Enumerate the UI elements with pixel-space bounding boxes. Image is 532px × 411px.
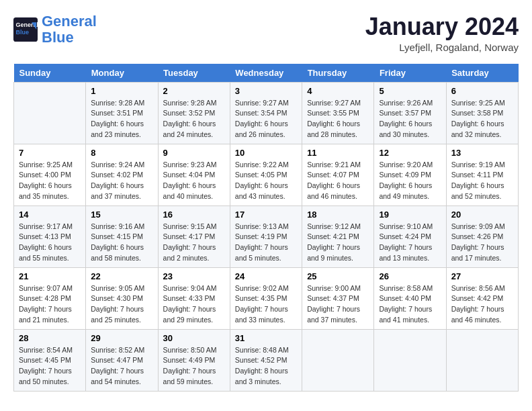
calendar-cell: 4Sunrise: 9:27 AMSunset: 3:55 PMDaylight… — [302, 82, 374, 144]
day-info: Sunrise: 9:27 AMSunset: 3:55 PMDaylight:… — [307, 98, 369, 140]
calendar-cell: 25Sunrise: 9:00 AMSunset: 4:37 PMDayligh… — [302, 267, 374, 329]
calendar-week-row: 21Sunrise: 9:07 AMSunset: 4:28 PMDayligh… — [14, 267, 519, 329]
day-number: 29 — [91, 333, 152, 343]
day-number: 6 — [451, 86, 513, 96]
calendar-cell: 11Sunrise: 9:21 AMSunset: 4:07 PMDayligh… — [302, 144, 374, 205]
day-number: 3 — [235, 86, 297, 96]
day-info: Sunrise: 9:09 AMSunset: 4:26 PMDaylight:… — [451, 222, 513, 264]
calendar-week-row: 7Sunrise: 9:25 AMSunset: 4:00 PMDaylight… — [14, 144, 519, 205]
day-info: Sunrise: 8:52 AMSunset: 4:47 PMDaylight:… — [91, 345, 152, 387]
day-info: Sunrise: 8:50 AMSunset: 4:49 PMDaylight:… — [163, 345, 225, 387]
calendar-cell: 16Sunrise: 9:15 AMSunset: 4:17 PMDayligh… — [158, 205, 230, 267]
day-info: Sunrise: 9:20 AMSunset: 4:09 PMDaylight:… — [379, 160, 441, 202]
weekday-header-friday: Friday — [374, 64, 446, 83]
day-number: 25 — [307, 271, 369, 281]
month-title: January 2024 — [365, 13, 519, 40]
weekday-header-wednesday: Wednesday — [230, 64, 302, 83]
calendar-cell: 30Sunrise: 8:50 AMSunset: 4:49 PMDayligh… — [158, 329, 230, 391]
day-info: Sunrise: 9:25 AMSunset: 3:58 PMDaylight:… — [451, 98, 513, 140]
day-info: Sunrise: 9:10 AMSunset: 4:24 PMDaylight:… — [379, 222, 441, 264]
calendar-cell: 24Sunrise: 9:02 AMSunset: 4:35 PMDayligh… — [230, 267, 302, 329]
calendar-cell: 27Sunrise: 8:56 AMSunset: 4:42 PMDayligh… — [446, 267, 518, 329]
day-number: 7 — [19, 148, 81, 158]
day-number: 26 — [379, 271, 441, 281]
day-number: 19 — [379, 210, 441, 220]
day-info: Sunrise: 9:16 AMSunset: 4:15 PMDaylight:… — [91, 222, 152, 264]
calendar-week-row: 1Sunrise: 9:28 AMSunset: 3:51 PMDaylight… — [14, 82, 519, 144]
day-info: Sunrise: 9:27 AMSunset: 3:54 PMDaylight:… — [235, 98, 297, 140]
day-info: Sunrise: 9:02 AMSunset: 4:35 PMDaylight:… — [235, 283, 297, 326]
day-number: 5 — [379, 86, 441, 96]
day-number: 9 — [163, 148, 225, 158]
weekday-header-row: SundayMondayTuesdayWednesdayThursdayFrid… — [14, 64, 519, 83]
calendar-cell: 31Sunrise: 8:48 AMSunset: 4:52 PMDayligh… — [230, 329, 302, 391]
calendar-cell: 10Sunrise: 9:22 AMSunset: 4:05 PMDayligh… — [230, 144, 302, 205]
weekday-header-tuesday: Tuesday — [158, 64, 230, 83]
calendar-cell: 15Sunrise: 9:16 AMSunset: 4:15 PMDayligh… — [86, 205, 158, 267]
logo: General Blue General Blue — [13, 13, 97, 46]
calendar-header: SundayMondayTuesdayWednesdayThursdayFrid… — [14, 64, 519, 83]
day-info: Sunrise: 9:12 AMSunset: 4:21 PMDaylight:… — [307, 222, 369, 264]
day-number: 24 — [235, 271, 297, 281]
calendar-cell: 18Sunrise: 9:12 AMSunset: 4:21 PMDayligh… — [302, 205, 374, 267]
day-info: Sunrise: 9:28 AMSunset: 3:51 PMDaylight:… — [91, 98, 152, 140]
day-info: Sunrise: 9:15 AMSunset: 4:17 PMDaylight:… — [163, 222, 225, 264]
calendar-cell: 21Sunrise: 9:07 AMSunset: 4:28 PMDayligh… — [14, 267, 86, 329]
calendar-week-row: 14Sunrise: 9:17 AMSunset: 4:13 PMDayligh… — [14, 205, 519, 267]
day-number: 18 — [307, 210, 369, 220]
day-info: Sunrise: 8:56 AMSunset: 4:42 PMDaylight:… — [451, 283, 513, 326]
calendar-cell: 26Sunrise: 8:58 AMSunset: 4:40 PMDayligh… — [374, 267, 446, 329]
calendar-cell: 8Sunrise: 9:24 AMSunset: 4:02 PMDaylight… — [86, 144, 158, 205]
svg-text:Blue: Blue — [16, 29, 30, 36]
calendar-cell: 28Sunrise: 8:54 AMSunset: 4:45 PMDayligh… — [14, 329, 86, 391]
weekday-header-monday: Monday — [86, 64, 158, 83]
day-number: 10 — [235, 148, 297, 158]
title-block: January 2024 Lyefjell, Rogaland, Norway — [365, 13, 519, 53]
day-number: 21 — [19, 271, 81, 281]
calendar-cell: 13Sunrise: 9:19 AMSunset: 4:11 PMDayligh… — [446, 144, 518, 205]
calendar-cell: 3Sunrise: 9:27 AMSunset: 3:54 PMDaylight… — [230, 82, 302, 144]
logo-text: General Blue — [42, 13, 97, 46]
day-number: 4 — [307, 86, 369, 96]
calendar-cell: 17Sunrise: 9:13 AMSunset: 4:19 PMDayligh… — [230, 205, 302, 267]
calendar-cell: 9Sunrise: 9:23 AMSunset: 4:04 PMDaylight… — [158, 144, 230, 205]
calendar-cell: 14Sunrise: 9:17 AMSunset: 4:13 PMDayligh… — [14, 205, 86, 267]
day-number: 1 — [91, 86, 152, 96]
day-info: Sunrise: 9:24 AMSunset: 4:02 PMDaylight:… — [91, 160, 152, 202]
weekday-header-sunday: Sunday — [14, 64, 86, 83]
day-number: 23 — [163, 271, 225, 281]
day-info: Sunrise: 8:54 AMSunset: 4:45 PMDaylight:… — [19, 345, 81, 387]
day-number: 11 — [307, 148, 369, 158]
calendar-cell — [374, 329, 446, 391]
calendar-cell: 7Sunrise: 9:25 AMSunset: 4:00 PMDaylight… — [14, 144, 86, 205]
day-number: 22 — [91, 271, 152, 281]
calendar-cell: 12Sunrise: 9:20 AMSunset: 4:09 PMDayligh… — [374, 144, 446, 205]
day-info: Sunrise: 9:21 AMSunset: 4:07 PMDaylight:… — [307, 160, 369, 202]
day-info: Sunrise: 8:48 AMSunset: 4:52 PMDaylight:… — [235, 345, 297, 387]
weekday-header-saturday: Saturday — [446, 64, 518, 83]
calendar-table: SundayMondayTuesdayWednesdayThursdayFrid… — [13, 64, 519, 392]
calendar-cell: 6Sunrise: 9:25 AMSunset: 3:58 PMDaylight… — [446, 82, 518, 144]
calendar-cell — [14, 82, 86, 144]
calendar-cell: 19Sunrise: 9:10 AMSunset: 4:24 PMDayligh… — [374, 205, 446, 267]
location: Lyefjell, Rogaland, Norway — [365, 42, 519, 53]
day-info: Sunrise: 9:05 AMSunset: 4:30 PMDaylight:… — [91, 283, 152, 326]
day-info: Sunrise: 9:25 AMSunset: 4:00 PMDaylight:… — [19, 160, 81, 202]
day-info: Sunrise: 9:04 AMSunset: 4:33 PMDaylight:… — [163, 283, 225, 326]
calendar-cell — [446, 329, 518, 391]
day-number: 2 — [163, 86, 225, 96]
day-info: Sunrise: 9:19 AMSunset: 4:11 PMDaylight:… — [451, 160, 513, 202]
calendar-cell: 2Sunrise: 9:28 AMSunset: 3:52 PMDaylight… — [158, 82, 230, 144]
day-info: Sunrise: 9:23 AMSunset: 4:04 PMDaylight:… — [163, 160, 225, 202]
day-number: 12 — [379, 148, 441, 158]
logo-icon: General Blue — [13, 17, 38, 42]
weekday-header-thursday: Thursday — [302, 64, 374, 83]
day-info: Sunrise: 8:58 AMSunset: 4:40 PMDaylight:… — [379, 283, 441, 326]
day-number: 16 — [163, 210, 225, 220]
day-info: Sunrise: 9:28 AMSunset: 3:52 PMDaylight:… — [163, 98, 225, 140]
day-info: Sunrise: 9:13 AMSunset: 4:19 PMDaylight:… — [235, 222, 297, 264]
calendar-cell — [302, 329, 374, 391]
day-number: 8 — [91, 148, 152, 158]
day-info: Sunrise: 9:07 AMSunset: 4:28 PMDaylight:… — [19, 283, 81, 326]
calendar-cell: 1Sunrise: 9:28 AMSunset: 3:51 PMDaylight… — [86, 82, 158, 144]
